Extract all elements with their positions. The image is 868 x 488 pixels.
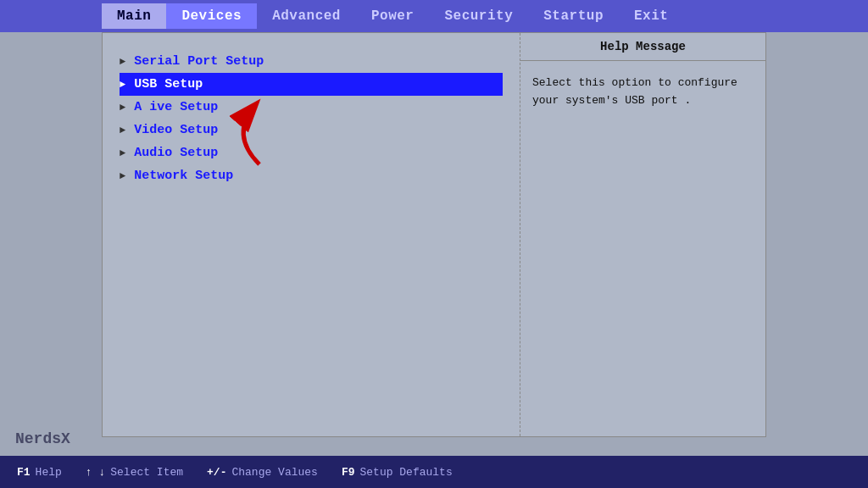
arrows-label: Select Item (110, 466, 183, 479)
aggressive-setup-label: A ive Setup (134, 100, 218, 114)
menu-item-power[interactable]: Power (356, 3, 430, 29)
right-panel: Help Message Select this option to confi… (520, 33, 765, 436)
arrow-icon: ► (120, 102, 125, 114)
f9-key: F9 (342, 466, 355, 479)
content-area: ► Serial Port Setup ► USB Setup ► A ive … (102, 32, 766, 437)
left-panel: ► Serial Port Setup ► USB Setup ► A ive … (103, 33, 520, 436)
audio-setup-item[interactable]: ► Audio Setup (120, 141, 503, 164)
f9-label: Setup Defaults (360, 466, 453, 479)
arrows-key: ↑ ↓ (86, 466, 105, 479)
usb-setup-label: USB Setup (134, 77, 203, 92)
plusminus-key: +/- (207, 466, 226, 479)
network-setup-label: Network Setup (134, 169, 233, 183)
arrow-icon: ► (120, 56, 125, 68)
network-setup-item[interactable]: ► Network Setup (120, 164, 503, 187)
bottom-bar: F1 Help ↑ ↓ Select Item +/- Change Value… (0, 456, 868, 488)
menu-item-devices[interactable]: Devices (166, 3, 257, 29)
menu-item-main[interactable]: Main (102, 3, 166, 29)
usb-setup-item[interactable]: ► USB Setup (120, 73, 503, 96)
audio-setup-label: Audio Setup (134, 146, 218, 160)
arrow-icon: ► (120, 79, 125, 91)
serial-port-setup-label: Serial Port Setup (134, 54, 264, 69)
menu-item-startup[interactable]: Startup (528, 3, 619, 29)
plusminus-label: Change Values (231, 466, 317, 479)
arrow-icon: ► (120, 125, 125, 136)
f1-label: Help (36, 466, 62, 479)
help-header: Help Message (520, 33, 765, 61)
f1-key: F1 (17, 466, 31, 479)
arrow-icon: ► (120, 170, 125, 182)
menu-item-exit[interactable]: Exit (619, 3, 683, 29)
watermark: NerdsX (15, 430, 70, 447)
menu-item-security[interactable]: Security (429, 3, 528, 29)
menu-item-advanced[interactable]: Advanced (257, 3, 356, 29)
video-setup-item[interactable]: ► Video Setup (120, 119, 503, 141)
arrow-icon: ► (120, 147, 125, 159)
video-setup-label: Video Setup (134, 123, 218, 137)
menu-bar: Main Devices Advanced Power Security Sta… (0, 0, 868, 32)
help-text: Select this option to configure your sys… (520, 61, 765, 124)
serial-port-setup-item[interactable]: ► Serial Port Setup (120, 50, 503, 73)
aggressive-setup-item[interactable]: ► A ive Setup (120, 96, 503, 119)
